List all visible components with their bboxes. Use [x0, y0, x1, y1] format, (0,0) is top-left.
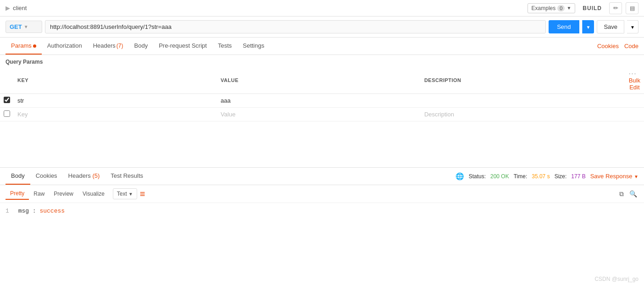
method-select[interactable]: GET ▼: [6, 21, 42, 33]
line-number: 1: [6, 208, 9, 214]
query-params-section-label: Query Params: [0, 55, 644, 67]
send-chevron-icon: ▼: [586, 25, 591, 30]
body-toolbar: Pretty Raw Preview Visualize Text ▼ ≡ ⧉ …: [0, 185, 644, 203]
send-button[interactable]: Send: [549, 20, 579, 33]
size-label: Size:: [555, 173, 567, 180]
breadcrumb: ▶ client: [6, 5, 27, 11]
save-response-button[interactable]: Save Response ▼: [590, 173, 638, 180]
wrap-button[interactable]: ≡: [140, 189, 145, 199]
response-value: success: [39, 208, 65, 214]
footer-watermark: CSDN @sunrj_go: [594, 276, 638, 282]
save-response-chevron: ▼: [634, 174, 638, 179]
response-meta: 🌐 Status: 200 OK Time: 35.07 s Size: 177…: [455, 172, 638, 181]
search-icon: 🔍: [629, 190, 637, 197]
format-preview-button[interactable]: Preview: [49, 188, 78, 199]
response-tab-cookies[interactable]: Cookies: [30, 168, 63, 185]
send-dropdown-button[interactable]: ▼: [582, 20, 594, 33]
body-toolbar-right: ⧉ 🔍: [618, 189, 638, 199]
client-label: client: [13, 5, 27, 11]
response-key: msg: [18, 208, 29, 214]
row2-description[interactable]: Description: [421, 108, 625, 121]
globe-icon: 🌐: [455, 172, 464, 181]
edit-icon: ✏: [613, 5, 618, 11]
examples-button[interactable]: Examples 0 ▼: [527, 3, 576, 13]
response-tab-headers[interactable]: Headers (5): [63, 168, 105, 185]
url-input[interactable]: [45, 20, 546, 33]
examples-label: Examples: [532, 5, 556, 11]
method-label: GET: [10, 23, 22, 30]
table-row-empty: Key Value Description: [0, 108, 644, 121]
tab-settings[interactable]: Settings: [237, 38, 270, 55]
time-value: 35.07 s: [532, 173, 550, 180]
code-link[interactable]: Code: [624, 43, 638, 49]
format-pretty-button[interactable]: Pretty: [6, 188, 29, 200]
response-separator: :: [33, 208, 40, 214]
response-tab-test-results[interactable]: Test Results: [105, 168, 149, 185]
tab-body[interactable]: Body: [129, 38, 154, 55]
request-tabs-row: Params Authorization Headers(7) Body Pre…: [0, 38, 644, 55]
save-icon: ▤: [630, 5, 635, 11]
edit-icon-button[interactable]: ✏: [609, 2, 622, 14]
search-button[interactable]: 🔍: [628, 189, 638, 199]
top-bar-actions: Examples 0 ▼ BUILD ✏ ▤: [527, 2, 638, 14]
col-key: KEY: [14, 67, 217, 94]
spacer: [0, 121, 644, 167]
tab-params[interactable]: Params: [6, 38, 42, 55]
response-tab-body[interactable]: Body: [6, 168, 30, 185]
col-description: DESCRIPTION: [421, 67, 625, 94]
examples-badge: 0: [557, 5, 565, 11]
wrap-icon: ≡: [140, 189, 145, 199]
status-label: Status:: [469, 173, 486, 180]
tabs-right-links: Cookies Code: [597, 43, 638, 49]
save-chevron-icon: ▼: [630, 25, 635, 30]
tab-tests[interactable]: Tests: [212, 38, 237, 55]
row1-value[interactable]: aaa: [217, 94, 421, 108]
size-value: 177 B: [571, 173, 585, 180]
row1-key[interactable]: str: [14, 94, 217, 108]
copy-button[interactable]: ⧉: [618, 189, 625, 199]
method-chevron-icon: ▼: [24, 24, 28, 29]
copy-icon: ⧉: [619, 190, 624, 197]
text-chevron-icon: ▼: [128, 192, 133, 197]
chevron-right-icon: ▶: [6, 5, 10, 11]
save-dropdown-button[interactable]: ▼: [627, 20, 638, 33]
col-value: VALUE: [217, 67, 421, 94]
more-options-button[interactable]: ···: [629, 70, 637, 77]
response-tabs-row: Body Cookies Headers (5) Test Results 🌐 …: [0, 168, 644, 185]
tab-pre-request[interactable]: Pre-request Script: [153, 38, 212, 55]
row2-checkbox[interactable]: [4, 110, 10, 117]
tab-authorization[interactable]: Authorization: [42, 38, 88, 55]
headers-count-badge: (5): [92, 172, 100, 179]
params-table: KEY VALUE DESCRIPTION ··· Bulk Edit str …: [0, 67, 644, 121]
bulk-edit-button[interactable]: Bulk Edit: [629, 77, 640, 91]
response-body-area: 1 msg : success: [0, 203, 644, 219]
text-format-select[interactable]: Text ▼: [113, 188, 137, 199]
cookies-link[interactable]: Cookies: [597, 43, 619, 49]
row2-key[interactable]: Key: [14, 108, 217, 121]
url-bar: GET ▼ Send ▼ Save ▼: [0, 16, 644, 38]
top-bar: ▶ client Examples 0 ▼ BUILD ✏ ▤: [0, 0, 644, 16]
format-visualize-button[interactable]: Visualize: [78, 188, 109, 199]
status-value: 200 OK: [490, 173, 509, 180]
tab-headers[interactable]: Headers(7): [88, 38, 129, 55]
params-dot: [33, 44, 36, 48]
time-label: Time:: [514, 173, 527, 180]
row2-value[interactable]: Value: [217, 108, 421, 121]
chevron-down-icon: ▼: [566, 5, 571, 11]
format-raw-button[interactable]: Raw: [29, 188, 49, 199]
row1-checkbox[interactable]: [4, 97, 10, 103]
row1-description[interactable]: [421, 94, 625, 108]
save-button[interactable]: Save: [597, 20, 624, 33]
save-icon-button[interactable]: ▤: [626, 2, 638, 14]
table-row: str aaa: [0, 94, 644, 108]
build-button[interactable]: BUILD: [579, 4, 605, 13]
